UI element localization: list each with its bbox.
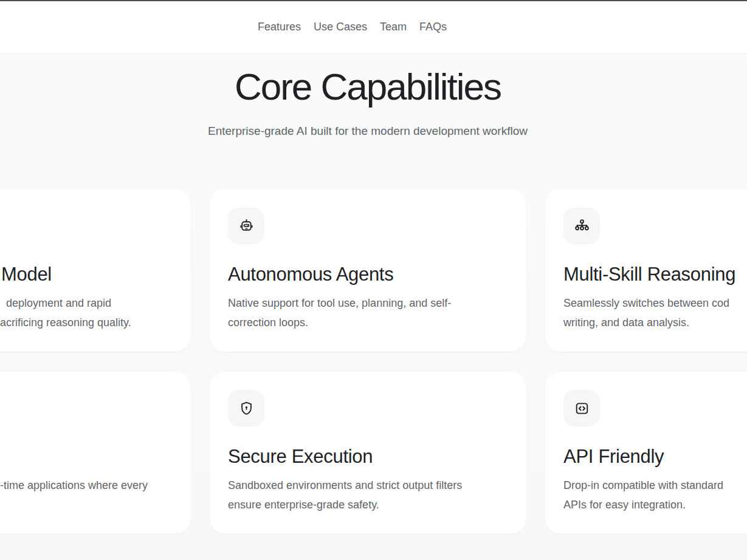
feature-card-secure-execution: Secure Execution Sandboxed environments …	[210, 372, 526, 534]
card-title: Multi-Skill Reasoning	[563, 264, 735, 285]
card-description-line: acrificing reasoning quality.	[0, 313, 131, 332]
nav-link-features[interactable]: Features	[258, 21, 301, 33]
card-description-line: correction loops.	[228, 313, 451, 332]
card-description-line: ensure enterprise-grade safety.	[228, 495, 462, 514]
card-description-line: deployment and rapid	[6, 293, 111, 313]
card-description-line: -time applications where every	[0, 476, 148, 495]
card-description-line: Seamlessly switches between cod	[563, 293, 729, 313]
site-header: Features Use Cases Team FAQs	[0, 0, 747, 54]
card-description-line: Native support for tool use, planning, a…	[228, 293, 451, 313]
card-title: Autonomous Agents	[228, 264, 393, 285]
feature-card-latency-partial: -time applications where every	[0, 372, 190, 534]
card-title: API Friendly	[563, 446, 664, 468]
feature-card-grid: Model deployment and rapid acrificing re…	[0, 190, 747, 534]
robot-icon	[228, 208, 264, 244]
feature-card-multi-skill-reasoning: Multi-Skill Reasoning Seamlessly switche…	[545, 190, 747, 352]
landing-page: Features Use Cases Team FAQs Core Capabi…	[0, 0, 747, 560]
feature-card-autonomous-agents: Autonomous Agents Native support for too…	[210, 190, 526, 352]
hierarchy-icon	[563, 208, 600, 244]
card-description-line: Sandboxed environments and strict output…	[228, 476, 462, 495]
top-hairline	[0, 0, 747, 1]
nav-link-faqs[interactable]: FAQs	[419, 21, 447, 33]
section-title: Core Capabilities	[0, 65, 747, 108]
code-icon	[563, 390, 600, 426]
card-description: Sandboxed environments and strict output…	[228, 476, 462, 514]
card-description-line: Drop-in compatible with standard	[563, 476, 723, 495]
card-description: Drop-in compatible with standard APIs fo…	[563, 476, 723, 514]
shield-lock-icon	[228, 390, 264, 426]
feature-card-model-partial: Model deployment and rapid acrificing re…	[0, 190, 190, 352]
main-nav: Features Use Cases Team FAQs	[258, 0, 447, 54]
section-subtitle: Enterprise-grade AI built for the modern…	[0, 125, 747, 138]
card-description: Native support for tool use, planning, a…	[228, 293, 451, 332]
nav-link-use-cases[interactable]: Use Cases	[314, 21, 367, 33]
nav-link-team[interactable]: Team	[380, 21, 407, 33]
feature-card-api-friendly: API Friendly Drop-in compatible with sta…	[545, 372, 747, 534]
card-description-line: APIs for easy integration.	[563, 495, 723, 514]
card-title: Model	[1, 264, 52, 285]
card-title: Secure Execution	[228, 446, 373, 468]
card-description-line: writing, and data analysis.	[563, 313, 729, 332]
capabilities-section: Core Capabilities Enterprise-grade AI bu…	[0, 54, 747, 534]
card-description: Seamlessly switches between cod writing,…	[563, 293, 729, 332]
